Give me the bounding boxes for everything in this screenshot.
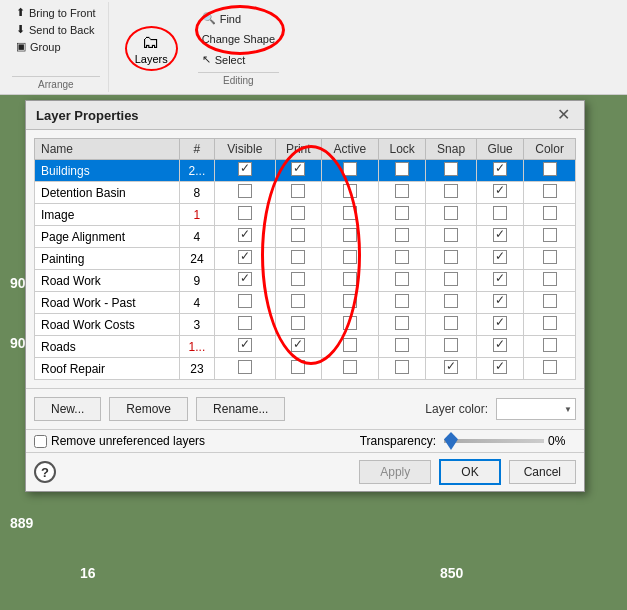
apply-button[interactable]: Apply: [359, 460, 431, 484]
find-btn[interactable]: 🔍 Find: [198, 10, 279, 27]
bring-to-front-icon: ⬆: [16, 6, 25, 19]
modal-title: Layer Properties: [36, 108, 139, 123]
ok-button[interactable]: OK: [439, 459, 500, 485]
layer-num-cell: 3: [179, 314, 214, 336]
transparency-row: Remove unreferenced layers Transparency:…: [26, 429, 584, 452]
help-button[interactable]: ?: [34, 461, 56, 483]
layer-name-cell[interactable]: Road Work Costs: [35, 314, 180, 336]
layer-name-cell[interactable]: Detention Basin: [35, 182, 180, 204]
group-btn[interactable]: ▣ Group: [12, 38, 100, 55]
col-header-color: Color: [524, 139, 576, 160]
cancel-button[interactable]: Cancel: [509, 460, 576, 484]
rename-layer-button[interactable]: Rename...: [196, 397, 285, 421]
table-row[interactable]: Buildings2...: [35, 160, 576, 182]
arrange-label: Arrange: [12, 76, 100, 90]
editing-buttons: 🔍 Find Change Shape ↖ Select Editing: [198, 10, 279, 86]
layer-table: Name # Visible Print Active Lock Snap Gl…: [34, 138, 576, 380]
layer-name-cell[interactable]: Road Work: [35, 270, 180, 292]
table-row[interactable]: Road Work9: [35, 270, 576, 292]
layers-button-wrap: 🗂 Layers: [121, 22, 182, 75]
layers-area: 🗂 Layers 🔍 Find Change Shape ↖ Select Ed…: [113, 2, 287, 94]
table-row[interactable]: Page Alignment4: [35, 226, 576, 248]
table-row[interactable]: Painting24: [35, 248, 576, 270]
transparency-slider[interactable]: [444, 439, 544, 443]
send-to-back-icon: ⬇: [16, 23, 25, 36]
select-btn[interactable]: ↖ Select: [198, 51, 279, 68]
layer-name-cell[interactable]: Image: [35, 204, 180, 226]
layer-properties-dialog: Layer Properties ✕ Name # Visible Print …: [25, 100, 585, 492]
layer-num-cell: 4: [179, 292, 214, 314]
layer-color-select[interactable]: [496, 398, 576, 420]
send-to-back-btn[interactable]: ⬇ Send to Back: [12, 21, 100, 38]
layer-num-cell: 2...: [179, 160, 214, 182]
layer-table-container[interactable]: Name # Visible Print Active Lock Snap Gl…: [26, 130, 584, 389]
map-number-16: 16: [80, 565, 96, 581]
layer-num-cell: 24: [179, 248, 214, 270]
layer-name-cell[interactable]: Roof Repair: [35, 358, 180, 380]
remove-layer-button[interactable]: Remove: [109, 397, 188, 421]
col-header-num: #: [179, 139, 214, 160]
layers-icon: 🗂: [142, 32, 160, 53]
col-header-print: Print: [275, 139, 321, 160]
table-row[interactable]: Image1: [35, 204, 576, 226]
map-number-889: 889: [10, 515, 33, 531]
layer-name-cell[interactable]: Page Alignment: [35, 226, 180, 248]
table-row[interactable]: Roads1...: [35, 336, 576, 358]
layer-name-cell[interactable]: Roads: [35, 336, 180, 358]
layer-num-cell: 4: [179, 226, 214, 248]
bring-to-front-btn[interactable]: ⬆ Bring to Front: [12, 4, 100, 21]
layer-name-cell[interactable]: Buildings: [35, 160, 180, 182]
new-layer-button[interactable]: New...: [34, 397, 101, 421]
remove-unreferenced-checkbox[interactable]: [34, 435, 47, 448]
table-row[interactable]: Detention Basin8: [35, 182, 576, 204]
col-header-visible: Visible: [215, 139, 276, 160]
transparency-label: Transparency:: [360, 434, 436, 448]
layer-num-cell: 1: [179, 204, 214, 226]
layer-action-buttons: New... Remove Rename... Layer color:: [26, 389, 584, 429]
modal-footer: ? Apply OK Cancel: [26, 452, 584, 491]
table-header-row: Name # Visible Print Active Lock Snap Gl…: [35, 139, 576, 160]
arrange-section: ⬆ Bring to Front ⬇ Send to Back ▣ Group …: [4, 2, 109, 92]
modal-close-button[interactable]: ✕: [553, 107, 574, 123]
table-row[interactable]: Road Work Costs3: [35, 314, 576, 336]
table-row[interactable]: Road Work - Past4: [35, 292, 576, 314]
toolbar: ⬆ Bring to Front ⬇ Send to Back ▣ Group …: [0, 0, 627, 95]
layer-name-cell[interactable]: Road Work - Past: [35, 292, 180, 314]
col-header-name: Name: [35, 139, 180, 160]
col-header-snap: Snap: [426, 139, 477, 160]
layer-color-label: Layer color:: [425, 402, 488, 416]
layer-num-cell: 23: [179, 358, 214, 380]
find-icon: 🔍: [202, 12, 216, 25]
editing-label: Editing: [198, 72, 279, 86]
col-header-active: Active: [321, 139, 378, 160]
layer-num-cell: 1...: [179, 336, 214, 358]
modal-titlebar: Layer Properties ✕: [26, 101, 584, 130]
layers-button[interactable]: 🗂 Layers: [125, 26, 178, 71]
change-shape-btn[interactable]: Change Shape: [198, 31, 279, 47]
col-header-lock: Lock: [379, 139, 426, 160]
color-select-wrap: [496, 398, 576, 420]
layer-num-cell: 8: [179, 182, 214, 204]
transparency-value: 0%: [548, 434, 576, 448]
layer-num-cell: 9: [179, 270, 214, 292]
remove-unreferenced-label: Remove unreferenced layers: [51, 434, 205, 448]
group-icon: ▣: [16, 40, 26, 53]
remove-unreferenced-wrap: Remove unreferenced layers: [34, 434, 205, 448]
transparency-slider-container: 0%: [444, 434, 576, 448]
map-number-850: 850: [440, 565, 463, 581]
col-header-glue: Glue: [477, 139, 524, 160]
layer-name-cell[interactable]: Painting: [35, 248, 180, 270]
table-row[interactable]: Roof Repair23: [35, 358, 576, 380]
select-icon: ↖: [202, 53, 211, 66]
